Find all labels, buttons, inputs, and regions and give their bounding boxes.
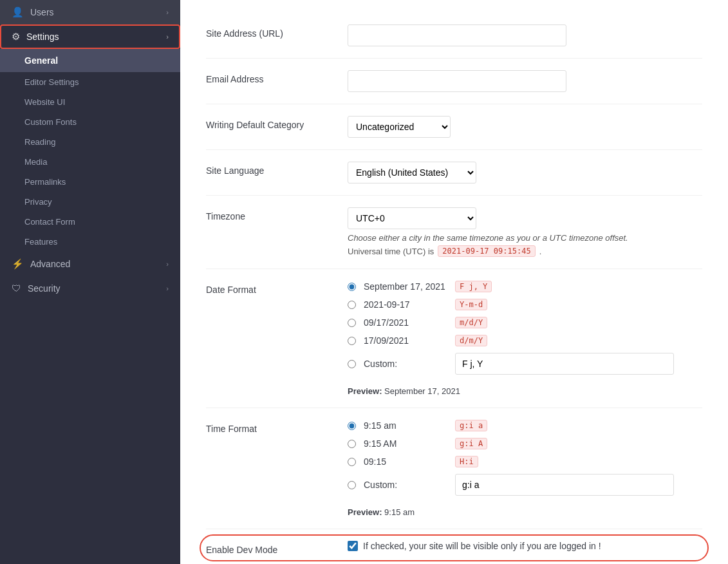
sidebar-item-permalinks[interactable]: Permalinks xyxy=(0,172,180,192)
site-address-row: Site Address (URL) xyxy=(206,13,702,59)
timezone-select[interactable]: UTC+0 xyxy=(348,207,476,229)
timezone-row: Timezone UTC+0 Choose either a city in t… xyxy=(206,196,702,269)
sidebar-item-advanced-label: Advanced xyxy=(30,259,70,269)
sidebar-item-security[interactable]: 🛡 Security › xyxy=(0,276,180,300)
sidebar-item-features[interactable]: Features xyxy=(0,232,180,252)
utc-value: 2021-09-17 09:15:45 xyxy=(438,245,535,257)
date-preview: Preview: September 17, 2021 xyxy=(348,386,702,396)
sidebar-item-general[interactable]: General xyxy=(0,49,180,72)
utc-label: Universal time (UTC) is xyxy=(348,247,434,256)
sidebar-item-general-label: General xyxy=(24,55,58,66)
sidebar-item-privacy-label: Privacy xyxy=(24,197,52,207)
security-icon: 🛡 xyxy=(12,283,21,294)
users-icon: 👤 xyxy=(12,6,24,18)
date-format-row: Date Format September 17, 2021 F j, Y 20… xyxy=(206,269,702,408)
sidebar-item-users[interactable]: 👤 Users › xyxy=(0,0,180,24)
advanced-icon: ⚡ xyxy=(12,258,24,270)
date-label-september: September 17, 2021 xyxy=(364,281,447,292)
writing-default-category-control: Uncategorized xyxy=(348,116,702,138)
enable-dev-mode-row: Enable Dev Mode If checked, your site wi… xyxy=(206,529,702,564)
site-address-input[interactable] xyxy=(348,24,566,46)
date-radio-custom[interactable] xyxy=(348,360,356,368)
date-radio-eu[interactable] xyxy=(348,337,356,345)
writing-default-category-row: Writing Default Category Uncategorized xyxy=(206,104,702,150)
time-label-12lower: 9:15 am xyxy=(364,420,447,431)
time-badge-24: H:i xyxy=(455,456,478,467)
time-format-row: Time Format 9:15 am g:i a 9:15 AM g:i A … xyxy=(206,408,702,529)
time-label-12upper: 9:15 AM xyxy=(364,438,447,449)
date-radio-iso[interactable] xyxy=(348,301,356,309)
sidebar-item-media[interactable]: Media xyxy=(0,152,180,172)
sidebar-item-users-label: Users xyxy=(30,7,54,17)
sidebar-item-contact-form[interactable]: Contact Form xyxy=(0,212,180,232)
time-custom-input[interactable] xyxy=(455,474,674,496)
sidebar-item-advanced[interactable]: ⚡ Advanced › xyxy=(0,252,180,276)
utc-period: . xyxy=(539,247,542,256)
time-preview-label: Preview: xyxy=(348,507,382,517)
time-label-custom: Custom: xyxy=(364,480,447,490)
date-option-custom: Custom: xyxy=(348,353,702,375)
sidebar: 👤 Users › ⚙ Settings › General Editor Se… xyxy=(0,0,180,564)
site-language-select[interactable]: English (United States) xyxy=(348,162,476,183)
time-preview-value: 9:15 am xyxy=(384,507,415,517)
sidebar-item-contact-form-label: Contact Form xyxy=(24,217,75,227)
date-radio-us[interactable] xyxy=(348,319,356,327)
site-language-row: Site Language English (United States) xyxy=(206,150,702,196)
date-format-label: Date Format xyxy=(206,281,348,295)
sidebar-item-custom-fonts-label: Custom Fonts xyxy=(24,117,77,127)
date-badge-us: m/d/Y xyxy=(455,317,487,328)
dev-mode-text: If checked, your site will be visible on… xyxy=(363,541,601,551)
time-badge-12upper: g:i A xyxy=(455,438,487,449)
date-radio-september[interactable] xyxy=(348,283,356,291)
sidebar-item-editor-settings[interactable]: Editor Settings xyxy=(0,72,180,92)
date-custom-input[interactable] xyxy=(455,353,674,375)
site-language-control: English (United States) xyxy=(348,162,702,183)
date-badge-eu: d/m/Y xyxy=(455,335,487,346)
time-radio-24[interactable] xyxy=(348,458,356,466)
time-option-12upper: 9:15 AM g:i A xyxy=(348,438,702,449)
date-format-control: September 17, 2021 F j, Y 2021-09-17 Y-m… xyxy=(348,281,702,396)
timezone-label: Timezone xyxy=(206,207,348,221)
email-address-label: Email Address xyxy=(206,70,348,84)
email-address-row: Email Address xyxy=(206,59,702,104)
sidebar-item-reading[interactable]: Reading xyxy=(0,132,180,152)
sidebar-item-security-label: Security xyxy=(28,283,61,294)
date-label-iso: 2021-09-17 xyxy=(364,299,447,310)
time-preview: Preview: 9:15 am xyxy=(348,507,702,517)
writing-default-category-label: Writing Default Category xyxy=(206,116,348,130)
time-format-control: 9:15 am g:i a 9:15 AM g:i A 09:15 H:i Cu… xyxy=(348,420,702,517)
site-address-control xyxy=(348,24,702,46)
security-arrow-icon: › xyxy=(166,285,169,292)
time-label-24: 09:15 xyxy=(364,456,447,467)
advanced-arrow-icon: › xyxy=(166,260,169,268)
sidebar-item-website-ui[interactable]: Website UI xyxy=(0,92,180,112)
date-option-september: September 17, 2021 F j, Y xyxy=(348,281,702,292)
sidebar-item-editor-settings-label: Editor Settings xyxy=(24,77,79,87)
sidebar-item-custom-fonts[interactable]: Custom Fonts xyxy=(0,112,180,132)
timezone-control: UTC+0 Choose either a city in the same t… xyxy=(348,207,702,257)
time-option-24: 09:15 H:i xyxy=(348,456,702,467)
date-option-eu: 17/09/2021 d/m/Y xyxy=(348,335,702,346)
date-format-radio-group: September 17, 2021 F j, Y 2021-09-17 Y-m… xyxy=(348,281,702,396)
chevron-right-icon: › xyxy=(166,8,169,16)
sidebar-item-privacy[interactable]: Privacy xyxy=(0,192,180,212)
dev-mode-checkbox[interactable] xyxy=(348,541,358,551)
date-badge-iso: Y-m-d xyxy=(455,299,487,310)
dev-mode-content: If checked, your site will be visible on… xyxy=(348,541,702,551)
site-language-label: Site Language xyxy=(206,162,348,176)
writing-default-category-select[interactable]: Uncategorized xyxy=(348,116,451,138)
time-option-custom: Custom: xyxy=(348,474,702,496)
date-preview-value: September 17, 2021 xyxy=(384,386,460,396)
time-radio-custom[interactable] xyxy=(348,481,356,489)
date-label-eu: 17/09/2021 xyxy=(364,335,447,346)
sidebar-item-settings[interactable]: ⚙ Settings › xyxy=(0,24,180,49)
sidebar-item-media-label: Media xyxy=(24,157,47,167)
date-badge-september: F j, Y xyxy=(455,281,492,292)
main-content: Site Address (URL) Email Address Writing… xyxy=(180,0,728,564)
time-radio-12upper[interactable] xyxy=(348,440,356,448)
time-format-radio-group: 9:15 am g:i a 9:15 AM g:i A 09:15 H:i Cu… xyxy=(348,420,702,517)
email-address-control xyxy=(348,70,702,92)
date-label-custom: Custom: xyxy=(364,359,447,369)
email-address-input[interactable] xyxy=(348,70,566,92)
time-radio-12lower[interactable] xyxy=(348,422,356,430)
